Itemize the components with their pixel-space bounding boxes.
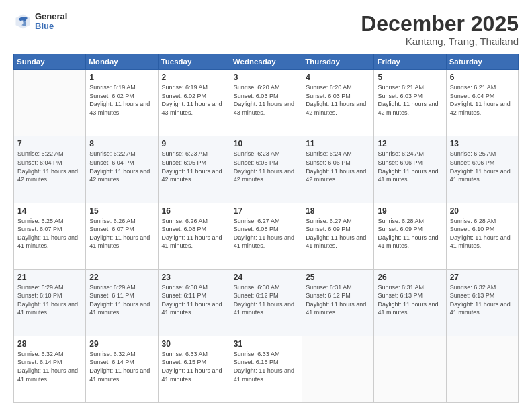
calendar-cell: 27Sunrise: 6:32 AMSunset: 6:13 PMDayligh…	[446, 269, 518, 336]
day-info: Sunrise: 6:32 AMSunset: 6:14 PMDaylight:…	[17, 350, 82, 383]
day-info: Sunrise: 6:23 AMSunset: 6:05 PMDaylight:…	[162, 150, 226, 183]
calendar-week-row: 21Sunrise: 6:29 AMSunset: 6:10 PMDayligh…	[14, 269, 519, 336]
calendar-cell: 11Sunrise: 6:24 AMSunset: 6:06 PMDayligh…	[302, 136, 374, 203]
day-info: Sunrise: 6:31 AMSunset: 6:13 PMDaylight:…	[378, 283, 442, 317]
day-header-saturday: Saturday	[446, 54, 518, 70]
calendar-cell: 21Sunrise: 6:29 AMSunset: 6:10 PMDayligh…	[14, 269, 86, 336]
day-info: Sunrise: 6:26 AMSunset: 6:08 PMDaylight:…	[162, 217, 226, 250]
day-info: Sunrise: 6:21 AMSunset: 6:03 PMDaylight:…	[378, 83, 442, 117]
calendar-table: SundayMondayTuesdayWednesdayThursdayFrid…	[13, 54, 519, 403]
calendar-cell: 5Sunrise: 6:21 AMSunset: 6:03 PMDaylight…	[374, 70, 446, 136]
day-header-monday: Monday	[86, 54, 158, 70]
day-number: 17	[234, 206, 298, 216]
day-number: 22	[89, 273, 154, 282]
day-info: Sunrise: 6:30 AMSunset: 6:11 PMDaylight:…	[162, 283, 226, 317]
day-number: 29	[89, 339, 154, 349]
day-number: 14	[17, 206, 82, 216]
calendar-cell: 19Sunrise: 6:28 AMSunset: 6:09 PMDayligh…	[374, 203, 446, 269]
day-info: Sunrise: 6:19 AMSunset: 6:02 PMDaylight:…	[162, 83, 226, 117]
day-info: Sunrise: 6:22 AMSunset: 6:04 PMDaylight:…	[17, 150, 82, 183]
calendar-week-row: 14Sunrise: 6:25 AMSunset: 6:07 PMDayligh…	[14, 203, 519, 269]
logo: General Blue	[13, 12, 67, 32]
calendar-cell: 9Sunrise: 6:23 AMSunset: 6:05 PMDaylight…	[158, 136, 230, 203]
day-info: Sunrise: 6:31 AMSunset: 6:12 PMDaylight:…	[306, 283, 370, 317]
calendar-cell: 3Sunrise: 6:20 AMSunset: 6:03 PMDaylight…	[230, 70, 302, 136]
day-info: Sunrise: 6:20 AMSunset: 6:03 PMDaylight:…	[306, 83, 370, 117]
calendar-cell: 20Sunrise: 6:28 AMSunset: 6:10 PMDayligh…	[446, 203, 518, 269]
day-number: 24	[234, 273, 298, 282]
calendar-header-row: SundayMondayTuesdayWednesdayThursdayFrid…	[14, 54, 519, 70]
calendar-cell: 31Sunrise: 6:33 AMSunset: 6:15 PMDayligh…	[230, 336, 302, 402]
day-number: 6	[450, 73, 515, 82]
calendar-cell: 8Sunrise: 6:22 AMSunset: 6:04 PMDaylight…	[86, 136, 158, 203]
day-number: 28	[17, 339, 82, 349]
calendar-cell: 6Sunrise: 6:21 AMSunset: 6:04 PMDaylight…	[446, 70, 518, 136]
day-number: 18	[306, 206, 370, 216]
day-number: 9	[162, 139, 226, 148]
day-number: 27	[450, 273, 515, 282]
day-info: Sunrise: 6:24 AMSunset: 6:06 PMDaylight:…	[378, 150, 442, 183]
day-number: 8	[89, 139, 154, 148]
day-header-wednesday: Wednesday	[230, 54, 302, 70]
day-info: Sunrise: 6:25 AMSunset: 6:07 PMDaylight:…	[17, 217, 82, 250]
calendar-cell: 28Sunrise: 6:32 AMSunset: 6:14 PMDayligh…	[14, 336, 86, 402]
day-number: 26	[378, 273, 442, 282]
calendar-cell: 7Sunrise: 6:22 AMSunset: 6:04 PMDaylight…	[14, 136, 86, 203]
day-info: Sunrise: 6:23 AMSunset: 6:05 PMDaylight:…	[234, 150, 298, 183]
logo-text: General Blue	[35, 12, 67, 32]
calendar-week-row: 28Sunrise: 6:32 AMSunset: 6:14 PMDayligh…	[14, 336, 519, 402]
calendar-cell: 12Sunrise: 6:24 AMSunset: 6:06 PMDayligh…	[374, 136, 446, 203]
day-info: Sunrise: 6:30 AMSunset: 6:12 PMDaylight:…	[234, 283, 298, 317]
day-header-sunday: Sunday	[14, 54, 86, 70]
day-number: 3	[234, 73, 298, 82]
day-info: Sunrise: 6:33 AMSunset: 6:15 PMDaylight:…	[234, 350, 298, 383]
day-number: 16	[162, 206, 226, 216]
calendar-cell: 26Sunrise: 6:31 AMSunset: 6:13 PMDayligh…	[374, 269, 446, 336]
day-info: Sunrise: 6:27 AMSunset: 6:09 PMDaylight:…	[306, 217, 370, 250]
day-number: 2	[162, 73, 226, 82]
day-info: Sunrise: 6:25 AMSunset: 6:06 PMDaylight:…	[450, 150, 515, 183]
day-number: 11	[306, 139, 370, 148]
day-number: 1	[89, 73, 154, 82]
calendar-cell: 25Sunrise: 6:31 AMSunset: 6:12 PMDayligh…	[302, 269, 374, 336]
day-info: Sunrise: 6:29 AMSunset: 6:11 PMDaylight:…	[89, 283, 154, 317]
day-number: 10	[234, 139, 298, 148]
calendar-cell	[374, 336, 446, 402]
calendar-cell: 15Sunrise: 6:26 AMSunset: 6:07 PMDayligh…	[86, 203, 158, 269]
title-block: December 2025 Kantang, Trang, Thailand	[361, 12, 519, 47]
calendar-cell	[14, 70, 86, 136]
logo-icon	[13, 12, 32, 31]
day-info: Sunrise: 6:28 AMSunset: 6:09 PMDaylight:…	[378, 217, 442, 250]
calendar-cell: 16Sunrise: 6:26 AMSunset: 6:08 PMDayligh…	[158, 203, 230, 269]
day-info: Sunrise: 6:29 AMSunset: 6:10 PMDaylight:…	[17, 283, 82, 317]
calendar-week-row: 1Sunrise: 6:19 AMSunset: 6:02 PMDaylight…	[14, 70, 519, 136]
calendar-cell: 2Sunrise: 6:19 AMSunset: 6:02 PMDaylight…	[158, 70, 230, 136]
day-number: 23	[162, 273, 226, 282]
day-info: Sunrise: 6:33 AMSunset: 6:15 PMDaylight:…	[162, 350, 226, 383]
calendar-cell	[446, 336, 518, 402]
day-number: 5	[378, 73, 442, 82]
day-info: Sunrise: 6:32 AMSunset: 6:13 PMDaylight:…	[450, 283, 515, 317]
header: General Blue December 2025 Kantang, Tran…	[13, 12, 519, 47]
day-info: Sunrise: 6:21 AMSunset: 6:04 PMDaylight:…	[450, 83, 515, 117]
calendar-cell: 1Sunrise: 6:19 AMSunset: 6:02 PMDaylight…	[86, 70, 158, 136]
day-number: 12	[378, 139, 442, 148]
day-number: 20	[450, 206, 515, 216]
day-number: 15	[89, 206, 154, 216]
page: General Blue December 2025 Kantang, Tran…	[0, 0, 532, 411]
calendar-cell: 24Sunrise: 6:30 AMSunset: 6:12 PMDayligh…	[230, 269, 302, 336]
day-number: 19	[378, 206, 442, 216]
day-number: 31	[234, 339, 298, 349]
logo-blue-text: Blue	[35, 21, 67, 31]
logo-general-text: General	[35, 12, 67, 21]
day-header-tuesday: Tuesday	[158, 54, 230, 70]
day-number: 30	[162, 339, 226, 349]
day-header-thursday: Thursday	[302, 54, 374, 70]
calendar-week-row: 7Sunrise: 6:22 AMSunset: 6:04 PMDaylight…	[14, 136, 519, 203]
day-info: Sunrise: 6:27 AMSunset: 6:08 PMDaylight:…	[234, 217, 298, 250]
calendar-cell: 10Sunrise: 6:23 AMSunset: 6:05 PMDayligh…	[230, 136, 302, 203]
calendar-cell: 23Sunrise: 6:30 AMSunset: 6:11 PMDayligh…	[158, 269, 230, 336]
day-info: Sunrise: 6:19 AMSunset: 6:02 PMDaylight:…	[89, 83, 154, 117]
day-info: Sunrise: 6:26 AMSunset: 6:07 PMDaylight:…	[89, 217, 154, 250]
day-info: Sunrise: 6:22 AMSunset: 6:04 PMDaylight:…	[89, 150, 154, 183]
